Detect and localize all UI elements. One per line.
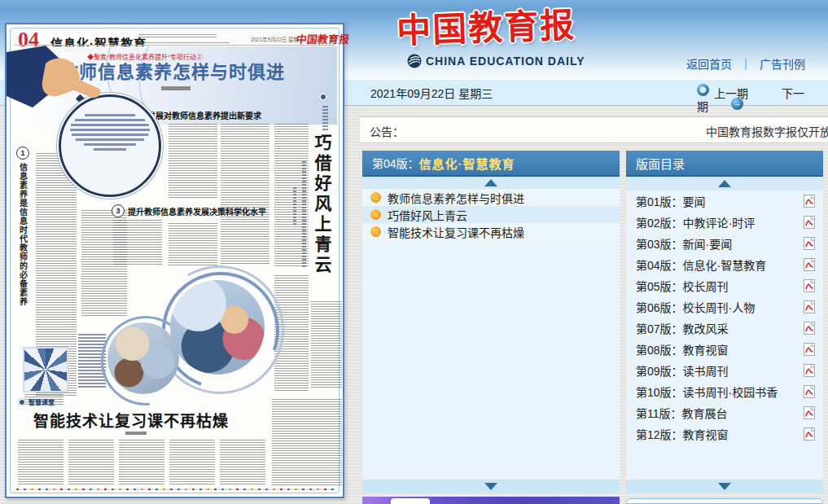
body-text-column bbox=[311, 301, 342, 389]
page-name[interactable]: 教育视窗 bbox=[683, 426, 729, 442]
pdf-file-icon[interactable] bbox=[804, 258, 815, 271]
home-link[interactable]: 返回首页 bbox=[686, 55, 732, 72]
article-title[interactable]: 智能技术让复习课不再枯燥 bbox=[388, 224, 524, 240]
body-text-column bbox=[68, 440, 114, 485]
article-title[interactable]: 巧借好风上青云 bbox=[388, 207, 467, 223]
page-item[interactable]: 第11版：教育展台 bbox=[626, 402, 823, 423]
directory-title: 版面目录 bbox=[636, 155, 685, 172]
article-item[interactable]: → 教师信息素养怎样与时俱进 bbox=[362, 189, 620, 206]
orange-arrow-icon: → bbox=[370, 209, 381, 220]
article-panel-header: 第04版： 信息化·智慧教育 bbox=[362, 151, 620, 177]
pdf-file-icon[interactable] bbox=[804, 195, 815, 208]
page-directory-panel: 版面目录 第01版：要闻 第02版：中教评论·时评 第03版：新闻·要闻 第04… bbox=[626, 151, 823, 493]
pdf-file-icon[interactable] bbox=[804, 427, 815, 440]
globe-leaf-icon bbox=[407, 54, 422, 68]
page-item[interactable]: 第10版：读书周刊·校园书香 bbox=[626, 381, 823, 402]
column-badge bbox=[319, 93, 327, 101]
article-item[interactable]: → 智能技术让复习课不再枯燥 bbox=[362, 223, 620, 240]
page-name[interactable]: 教改风采 bbox=[683, 320, 729, 336]
page-no: 第06版： bbox=[636, 299, 683, 315]
expand-strip[interactable] bbox=[626, 480, 823, 493]
orange-arrow-icon: → bbox=[370, 192, 381, 203]
page-name[interactable]: 校长周刊·人物 bbox=[683, 299, 756, 315]
circled-number: 1 bbox=[16, 147, 29, 160]
pdf-file-icon[interactable] bbox=[804, 385, 815, 398]
page-name[interactable]: 读书周刊·校园书香 bbox=[683, 383, 778, 400]
next-issue-link[interactable]: 下一 bbox=[782, 85, 804, 101]
page-item[interactable]: 第02版：中教评论·时评 bbox=[626, 212, 823, 233]
classroom-photo bbox=[107, 322, 179, 394]
announcement-label: 公告： bbox=[370, 123, 404, 139]
pointing-hand-illustration bbox=[7, 46, 106, 121]
chevron-down-icon[interactable] bbox=[484, 483, 497, 490]
next-issue-arrow-icon[interactable]: → bbox=[731, 98, 743, 110]
page-name[interactable]: 新闻·要闻 bbox=[683, 235, 733, 252]
body-text-column bbox=[221, 124, 269, 265]
page-item[interactable]: 第07版：教改风采 bbox=[626, 318, 823, 339]
subhead-3: 3 提升教师信息素养发展决策科学化水平 bbox=[112, 204, 266, 217]
page-item[interactable]: 第05版：校长周刊 bbox=[626, 275, 823, 296]
page-item[interactable]: 第04版：信息化·智慧教育 bbox=[626, 254, 823, 275]
chevron-up-icon[interactable] bbox=[718, 180, 731, 187]
prev-issue-link[interactable]: 上一期 bbox=[714, 85, 748, 101]
page-name[interactable]: 教育展台 bbox=[682, 405, 728, 421]
column-badge-icon bbox=[319, 93, 327, 101]
page-item[interactable]: 第06版：校长周刊·人物 bbox=[626, 296, 823, 318]
announcement-bar: 公告： 中国教育报数字报仅开放 bbox=[360, 116, 828, 143]
article-title[interactable]: 教师信息素养怎样与时俱进 bbox=[388, 190, 524, 206]
section-title: 信息化·智慧教育 bbox=[419, 155, 515, 172]
body-text-column bbox=[220, 440, 265, 485]
page-name[interactable]: 要闻 bbox=[683, 193, 706, 209]
panel-filler bbox=[626, 445, 823, 480]
page-name[interactable]: 教育视窗 bbox=[683, 341, 729, 357]
subhead-1-vertical: 1 信息素养是信息时代教师的必备素养 bbox=[16, 147, 29, 306]
page-item[interactable]: 第08版：教育视窗 bbox=[626, 339, 823, 360]
body-text-column bbox=[113, 220, 162, 265]
collapse-strip[interactable] bbox=[362, 177, 620, 189]
magnified-text bbox=[70, 129, 150, 131]
byline-text bbox=[125, 432, 147, 435]
page-item[interactable]: 第01版：要闻 bbox=[626, 191, 823, 212]
students-computer-photo bbox=[170, 280, 265, 375]
page-name[interactable]: 信息化·智慧教育 bbox=[683, 256, 767, 273]
newspaper-page-preview[interactable]: 04 信息化·智慧教育 2021年9月22日 星期三 中国教育报 ◆聚焦“教师信… bbox=[5, 23, 344, 498]
pdf-file-icon[interactable] bbox=[804, 279, 815, 292]
magnified-text bbox=[76, 138, 144, 141]
expand-strip[interactable] bbox=[362, 480, 620, 493]
magnified-text bbox=[94, 148, 126, 151]
chevron-down-icon[interactable] bbox=[718, 483, 731, 490]
page-name[interactable]: 读书周刊 bbox=[683, 362, 729, 379]
site-logo-en: CHINA EDUCATION DAILY bbox=[426, 55, 585, 68]
pdf-file-icon[interactable] bbox=[804, 343, 815, 356]
page-item[interactable]: 第12版：教育视窗 bbox=[626, 423, 823, 445]
prev-issue-globe-icon[interactable]: ◍ bbox=[697, 84, 709, 96]
article-list-panel: 第04版： 信息化·智慧教育 → 教师信息素养怎样与时俱进 → 巧借好风上青云 … bbox=[362, 151, 620, 493]
pdf-file-icon[interactable] bbox=[804, 216, 815, 229]
chevron-up-icon[interactable] bbox=[484, 179, 497, 186]
pdf-file-icon[interactable] bbox=[804, 300, 815, 313]
body-text-column bbox=[169, 440, 215, 485]
article-item-highlighted[interactable]: → 巧借好风上青云 bbox=[362, 206, 620, 223]
pdf-file-icon[interactable] bbox=[804, 406, 815, 419]
bottom-headline: 智能技术让复习课不再枯燥 bbox=[29, 409, 233, 431]
pdf-file-icon[interactable] bbox=[804, 237, 815, 250]
top-nav: 返回首页 ｜ 广告刊例 bbox=[686, 55, 805, 72]
page-no: 第12版： bbox=[636, 426, 683, 442]
page-no: 第03版： bbox=[636, 235, 683, 252]
collapse-strip[interactable] bbox=[626, 177, 823, 191]
page-item[interactable]: 第03版：新闻·要闻 bbox=[626, 233, 823, 254]
decorative-dotted-rule bbox=[16, 489, 335, 490]
ads-link[interactable]: 广告刊例 bbox=[760, 55, 805, 72]
page-name[interactable]: 中教评论·时评 bbox=[683, 214, 756, 230]
page-no: 第10版： bbox=[636, 383, 683, 400]
next-issue-link-wrap[interactable]: 期 bbox=[697, 98, 708, 114]
page-item[interactable]: 第09版：读书周刊 bbox=[626, 360, 823, 381]
magnified-text bbox=[84, 143, 136, 146]
page-no: 第04版： bbox=[636, 256, 683, 273]
page-name[interactable]: 校长周刊 bbox=[683, 278, 729, 294]
page-no: 第08版： bbox=[636, 341, 683, 357]
pdf-file-icon[interactable] bbox=[804, 322, 815, 335]
pdf-file-icon[interactable] bbox=[804, 364, 815, 377]
column-badge-label: 智慧课堂 bbox=[28, 397, 55, 406]
banner-pill bbox=[391, 498, 430, 504]
